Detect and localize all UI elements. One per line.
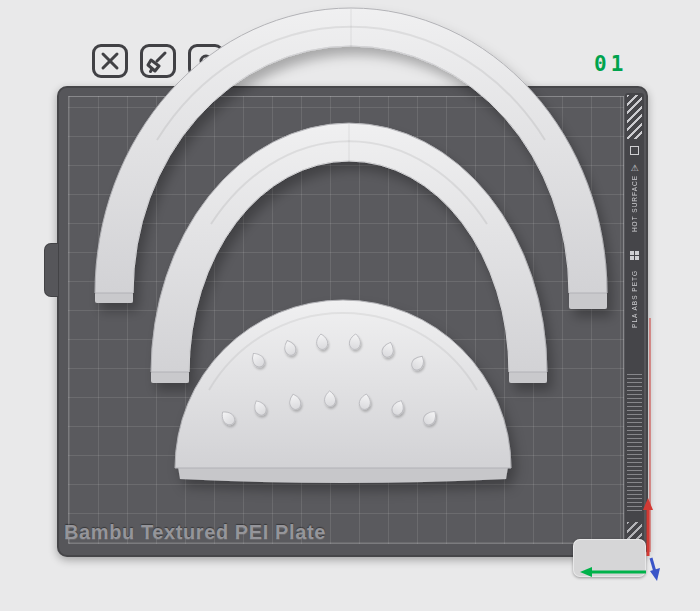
z-axis-arrow	[650, 568, 660, 581]
y-axis-arrow	[643, 498, 653, 510]
axis-gizmo	[0, 0, 700, 611]
slicer-3d-viewport[interactable]: ⚠ HOT SURFACE PLA ABS PETG Bambu Texture…	[0, 0, 700, 611]
x-axis-arrow	[580, 567, 592, 577]
